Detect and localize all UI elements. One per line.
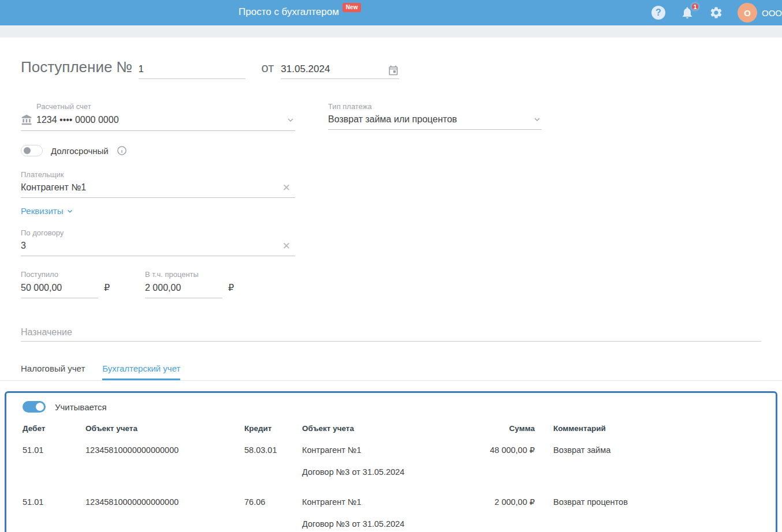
notifications-button[interactable]: 1 — [680, 5, 695, 20]
cell-debit-object: 12345810000000000000 — [85, 497, 244, 507]
cell-comment: Возврат займа — [535, 445, 759, 455]
details-link[interactable]: Реквизиты — [21, 206, 295, 216]
chevron-down-icon — [66, 207, 74, 215]
accounted-toggle[interactable] — [23, 401, 46, 413]
cell-comment: Возврат процентов — [535, 497, 759, 507]
bank-icon — [21, 114, 32, 126]
purpose-input[interactable] — [21, 326, 761, 342]
tab-tax-accounting[interactable]: Налоговый учет — [21, 364, 85, 380]
entries-table: Дебет Объект учета Кредит Объект учета С… — [23, 424, 759, 529]
document-date-field — [281, 62, 399, 79]
notification-count-badge: 1 — [690, 2, 700, 12]
new-badge: New — [342, 3, 362, 12]
chevron-down-icon — [286, 115, 295, 125]
help-icon: ? — [651, 6, 665, 20]
user-name: ООО — [762, 8, 782, 18]
table-row[interactable]: 51.01 12345810000000000000 58.03.01 Конт… — [23, 445, 759, 477]
long-term-label: Долгосрочный — [51, 146, 109, 156]
table-row[interactable]: 51.01 12345810000000000000 76.06 Контраг… — [23, 497, 759, 529]
contract-field: По договору ✕ — [21, 228, 295, 256]
cell-debit: 51.01 — [23, 445, 85, 455]
details-link-label: Реквизиты — [21, 206, 64, 216]
avatar: O — [738, 3, 757, 23]
app-title-text: Просто с бухгалтером — [239, 6, 339, 17]
document-date-input[interactable] — [281, 62, 373, 78]
document-number-input[interactable] — [139, 62, 245, 79]
cell-amount: 2 000,00 ₽ — [475, 497, 535, 507]
payer-field: Плательщик ✕ — [21, 170, 295, 198]
accounting-tabs: Налоговый учет Бухгалтерский учет — [0, 364, 782, 381]
app-title: Просто с бухгалтеромNew — [239, 6, 361, 18]
col-header-credit-object: Объект учета — [302, 424, 475, 433]
account-select-field[interactable]: Расчетный счет 1234 •••• 0000 0000 — [21, 102, 295, 131]
contract-input[interactable] — [21, 241, 268, 251]
counterparty: Контрагент №1 — [302, 497, 475, 507]
accounted-row: Учитывается — [23, 401, 759, 413]
cell-credit-object: Контрагент №1 Договор №3 от 31.05.2024 — [302, 497, 475, 529]
interest-input[interactable] — [145, 283, 222, 298]
subheader-band — [0, 25, 782, 38]
clear-contract-icon[interactable]: ✕ — [282, 241, 291, 251]
contract-label: По договору — [21, 228, 295, 237]
settings-button[interactable] — [709, 5, 724, 20]
long-term-row: Долгосрочный — [21, 145, 295, 156]
gear-icon — [709, 6, 723, 20]
received-label: Поступило — [21, 270, 145, 279]
received-field: Поступило ₽ — [21, 270, 145, 298]
cell-credit: 76.06 — [244, 497, 302, 507]
cell-debit: 51.01 — [23, 497, 85, 507]
interest-label: В т.ч. проценты — [145, 270, 269, 279]
chevron-down-icon — [532, 115, 542, 124]
topbar-actions: ? 1 O ООО — [630, 0, 782, 25]
tab-bookkeeping[interactable]: Бухгалтерский учет — [102, 364, 180, 380]
user-menu[interactable]: O ООО — [738, 3, 782, 23]
calendar-icon[interactable] — [388, 65, 399, 76]
document-header: Поступление № от — [0, 58, 782, 79]
payer-label: Плательщик — [21, 170, 295, 179]
page-title: Поступление № — [21, 58, 133, 76]
contract-ref: Договор №3 от 31.05.2024 — [302, 519, 475, 529]
info-icon[interactable] — [117, 145, 127, 156]
accounted-label: Учитывается — [55, 402, 107, 412]
top-app-bar: Просто с бухгалтеромNew ? 1 O ООО — [0, 0, 782, 25]
from-label: от — [262, 61, 274, 76]
bookkeeping-panel: Учитывается Дебет Объект учета Кредит Об… — [5, 391, 777, 532]
col-header-comment: Комментарий — [535, 424, 759, 433]
received-input[interactable] — [21, 283, 98, 298]
contract-ref: Договор №3 от 31.05.2024 — [302, 467, 475, 477]
long-term-toggle[interactable] — [21, 145, 43, 156]
payment-type-label: Тип платежа — [328, 102, 542, 111]
account-label: Расчетный счет — [21, 102, 295, 111]
col-header-debit-object: Объект учета — [85, 424, 244, 433]
ruble-sign: ₽ — [104, 282, 110, 293]
col-header-amount: Сумма — [475, 424, 535, 433]
cell-amount: 48 000,00 ₽ — [475, 445, 535, 455]
payment-type-select-field[interactable]: Тип платежа Возврат займа или процентов — [328, 102, 542, 130]
cell-credit-object: Контрагент №1 Договор №3 от 31.05.2024 — [302, 445, 475, 477]
clear-payer-icon[interactable]: ✕ — [282, 183, 291, 193]
payer-input[interactable] — [21, 182, 268, 193]
help-button[interactable]: ? — [651, 5, 666, 20]
interest-field: В т.ч. проценты ₽ — [145, 270, 269, 298]
col-header-credit: Кредит — [244, 424, 302, 433]
payment-type-value: Возврат займа или процентов — [328, 114, 457, 125]
purpose-field — [0, 326, 782, 342]
col-header-debit: Дебет — [23, 424, 85, 433]
cell-debit-object: 12345810000000000000 — [85, 445, 244, 455]
counterparty: Контрагент №1 — [302, 445, 475, 455]
table-header-row: Дебет Объект учета Кредит Объект учета С… — [23, 424, 759, 433]
cell-credit: 58.03.01 — [244, 445, 302, 455]
account-value: 1234 •••• 0000 0000 — [36, 115, 119, 125]
ruble-sign: ₽ — [228, 282, 234, 293]
